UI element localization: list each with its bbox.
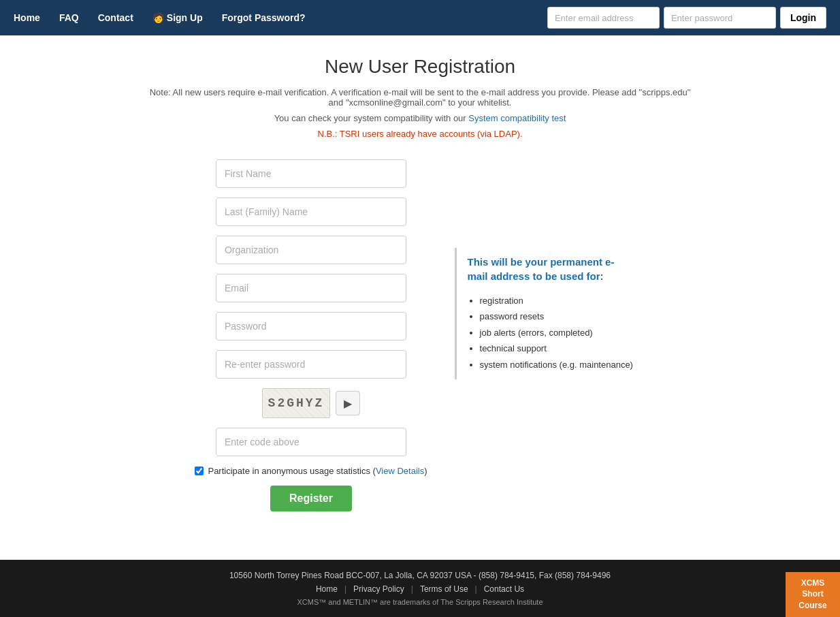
footer-address: 10560 North Torrey Pines Road BCC-007, L… <box>14 571 826 580</box>
list-item: job alerts (errors, completed) <box>480 325 634 341</box>
nav-signup[interactable]: 🧑Sign Up <box>152 12 203 23</box>
nav-password-input[interactable] <box>664 7 776 29</box>
xcms-short-course-badge[interactable]: XCMSShortCourse <box>786 572 840 617</box>
list-item: system notifications (e.g. maintenance) <box>480 357 634 373</box>
footer-terms-link[interactable]: Terms of Use <box>420 584 468 594</box>
captcha-input[interactable] <box>216 428 406 456</box>
nav-email-input[interactable] <box>547 7 660 29</box>
login-button[interactable]: Login <box>780 7 826 29</box>
captcha-row: S2GHYZ ▶ <box>262 388 360 418</box>
captcha-refresh-button[interactable]: ▶ <box>336 391 360 415</box>
register-button[interactable]: Register <box>270 486 352 511</box>
footer-home-link[interactable]: Home <box>316 584 338 594</box>
compat-link[interactable]: System compatibility test <box>468 113 566 123</box>
signup-icon: 🧑 <box>152 12 164 23</box>
first-name-input[interactable] <box>216 159 406 188</box>
list-item: registration <box>480 293 634 308</box>
checkbox-row: Participate in anonymous usage statistic… <box>195 466 427 476</box>
list-item: password resets <box>480 308 634 324</box>
captcha-image: S2GHYZ <box>262 388 330 418</box>
trademark-text: XCMS™ and METLIN™ are trademarks of The … <box>14 598 826 606</box>
anonymous-stats-checkbox[interactable] <box>195 466 204 475</box>
footer-privacy-link[interactable]: Privacy Policy <box>353 584 404 594</box>
nav-forgot-password[interactable]: Forgot Password? <box>222 12 306 23</box>
verification-note: Note: All new users require e-mail verif… <box>148 87 692 108</box>
form-wrapper: S2GHYZ ▶ Participate in anonymous usage … <box>195 159 645 511</box>
footer: 10560 North Torrey Pines Road BCC-007, L… <box>0 560 840 617</box>
email-tooltip-panel: This will be your permanent e-mail addre… <box>455 248 645 379</box>
nav-links: Home FAQ Contact 🧑Sign Up Forgot Passwor… <box>14 12 547 23</box>
main-content: New User Registration Note: All new user… <box>0 35 840 560</box>
nav-home[interactable]: Home <box>14 12 40 23</box>
last-name-input[interactable] <box>216 197 406 226</box>
nav-faq[interactable]: FAQ <box>59 12 79 23</box>
nav-auth-inputs: Login <box>547 7 826 29</box>
checkbox-label: Participate in anonymous usage statistic… <box>208 466 427 476</box>
view-details-link[interactable]: View Details <box>376 466 424 476</box>
email-input[interactable] <box>216 274 406 302</box>
page-title: New User Registration <box>325 56 515 78</box>
list-item: technical support <box>480 341 634 356</box>
compat-line: You can check your system compatibility … <box>274 113 566 123</box>
password-input[interactable] <box>216 312 406 341</box>
organization-input[interactable] <box>216 236 406 264</box>
tooltip-list: registration password resets job alerts … <box>468 293 634 373</box>
navbar: Home FAQ Contact 🧑Sign Up Forgot Passwor… <box>0 0 840 35</box>
reenter-password-input[interactable] <box>216 350 406 379</box>
tooltip-title: This will be your permanent e-mail addre… <box>468 255 634 283</box>
play-icon: ▶ <box>344 397 352 410</box>
registration-form: S2GHYZ ▶ Participate in anonymous usage … <box>195 159 427 511</box>
footer-contact-link[interactable]: Contact Us <box>484 584 524 594</box>
tsri-note: N.B.: TSRI users already have accounts (… <box>317 129 522 139</box>
nav-contact[interactable]: Contact <box>98 12 133 23</box>
footer-links: Home | Privacy Policy | Terms of Use | C… <box>14 584 826 594</box>
